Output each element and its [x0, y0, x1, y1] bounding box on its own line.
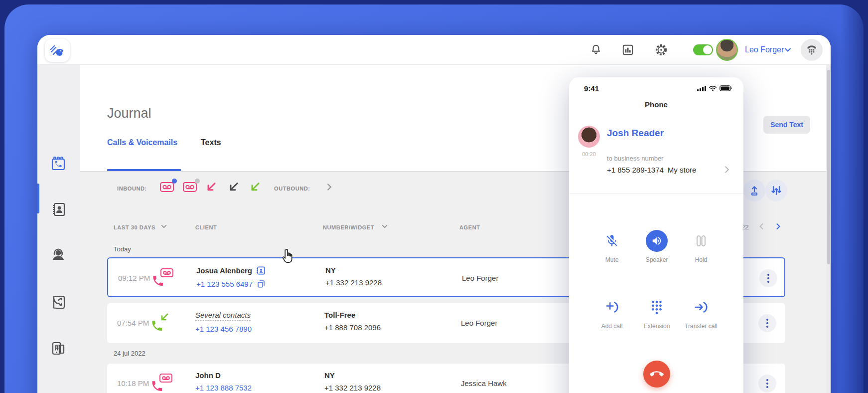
app-logo[interactable]	[45, 39, 70, 62]
chevron-down-icon[interactable]	[784, 46, 792, 56]
contact-card-icon[interactable]	[256, 266, 266, 275]
business-number-name: My store	[668, 166, 697, 174]
webphone-overlay: 9:41 Phone 00:20 Josh Reader to business…	[569, 77, 743, 393]
call-time: 10:18 PM	[117, 364, 149, 393]
add-call-label: Add call	[589, 323, 634, 330]
sidebar-item-call-flow[interactable]	[50, 294, 67, 311]
speaker-icon	[651, 235, 662, 246]
user-menu[interactable]: Leo Forger	[745, 35, 784, 65]
wifi-icon	[709, 85, 717, 91]
scrollbar[interactable]	[826, 65, 831, 393]
widget-name: Toll-Free	[324, 311, 381, 319]
extension-label: Extension	[634, 323, 679, 330]
filter-missed-call-icon[interactable]	[205, 182, 217, 196]
hold-label: Hold	[679, 256, 723, 263]
add-call-button[interactable]: Add call	[589, 296, 634, 330]
badge-dot-gray	[195, 179, 200, 184]
column-agent: AGENT	[459, 224, 480, 230]
mute-button[interactable]: Mute	[589, 229, 634, 263]
number-widget-cell: NY +1 332 213 9228	[325, 266, 382, 287]
call-duration: 00:20	[578, 151, 600, 157]
client-phone-link[interactable]: +1 123 456 7890	[195, 325, 252, 333]
row-menu-button[interactable]	[758, 375, 776, 393]
availability-toggle[interactable]	[693, 44, 713, 55]
end-call-icon	[650, 367, 664, 381]
hold-pause-icon	[694, 234, 708, 248]
filter-voicemail-new-icon[interactable]	[159, 181, 174, 196]
send-text-button[interactable]: Send Text	[763, 116, 810, 134]
group-label-today: Today	[114, 245, 131, 253]
webphone-dialpad-button[interactable]	[801, 39, 823, 61]
badge-dot-blue	[172, 179, 177, 184]
number-details-chevron-icon[interactable]	[723, 165, 731, 176]
sidebar-item-journal[interactable]	[50, 155, 67, 172]
call-time: 07:54 PM	[117, 303, 149, 343]
row-menu-button[interactable]	[758, 314, 776, 332]
inbound-filter-label: INBOUND:	[117, 186, 147, 192]
row-menu-button[interactable]	[759, 269, 777, 287]
filter-settings-button[interactable]	[765, 180, 787, 201]
filter-answered-call-icon[interactable]	[249, 182, 261, 196]
analytics-chart-icon[interactable]	[621, 35, 634, 65]
outbound-filter-label: OUTBOUND:	[274, 186, 310, 192]
dialpad-icon	[650, 300, 663, 315]
sidebar-active-indicator	[37, 184, 39, 213]
client-name[interactable]: Josua Alenberg	[196, 266, 252, 275]
copy-icon[interactable]	[257, 279, 266, 288]
widget-phone: +1 332 213 9228	[324, 384, 381, 392]
business-number: +1 855 289-1374	[607, 166, 664, 174]
page-title: Journal	[107, 106, 151, 121]
filter-voicemail-listened-icon[interactable]	[182, 181, 197, 196]
toggle-knob	[703, 45, 712, 54]
transfer-call-button[interactable]: Transfer call	[679, 296, 723, 330]
voicemail-call-icon	[149, 374, 172, 393]
caller-avatar	[578, 126, 600, 148]
number-widget-cell: Toll-Free +1 888 708 2096	[324, 311, 381, 332]
widget-name: NY	[324, 371, 381, 380]
speaker-button[interactable]: Speaker	[634, 229, 679, 263]
answered-call-icon	[149, 313, 172, 334]
client-phone-link[interactable]: +1 123 555 6497	[196, 280, 253, 288]
agent-name: Jessica Hawk	[461, 364, 507, 393]
client-name[interactable]: Several contacts	[195, 311, 251, 321]
export-button[interactable]	[743, 180, 765, 201]
outbound-expand-chevron-icon[interactable]	[325, 183, 334, 194]
top-bar: Leo Forger	[37, 35, 831, 65]
speaker-label: Speaker	[634, 256, 679, 263]
number-widget-cell: NY +1 332 213 9228	[324, 371, 381, 392]
end-call-button[interactable]	[643, 361, 670, 388]
call-time: 09:12 PM	[118, 258, 150, 298]
column-period[interactable]: LAST 30 DAYS	[114, 224, 155, 230]
notifications-bell-icon[interactable]	[589, 35, 602, 65]
sidebar-item-webphone[interactable]	[50, 340, 67, 357]
sidebar	[37, 65, 80, 393]
transfer-call-icon	[694, 300, 709, 315]
group-label-date: 24 jul 2022	[114, 350, 145, 357]
phone-status-icons	[697, 85, 732, 91]
caller-name: Josh Reader	[607, 128, 664, 139]
tab-texts[interactable]: Texts	[201, 138, 221, 147]
user-avatar[interactable]	[716, 39, 738, 61]
client-cell: Josua Alenberg +1 123 555 6497	[196, 266, 321, 288]
client-phone-link[interactable]: +1 123 888 7532	[195, 384, 252, 392]
tab-calls-voicemails[interactable]: Calls & Voicemails	[107, 138, 177, 147]
column-client: CLIENT	[195, 224, 217, 230]
business-number-line[interactable]: +1 855 289-1374My store	[607, 166, 696, 174]
call-direction-label: to business number	[607, 155, 663, 162]
prev-page-icon[interactable]	[757, 222, 765, 230]
hold-button[interactable]: Hold	[679, 229, 723, 263]
column-number-widget[interactable]: NUMBER/WIDGET	[323, 224, 374, 230]
transfer-call-label: Transfer call	[679, 323, 723, 330]
active-tab-underline	[107, 169, 181, 171]
period-chevron-icon[interactable]	[160, 223, 167, 230]
settings-gear-icon[interactable]	[654, 35, 668, 65]
extension-button[interactable]: Extension	[634, 296, 679, 330]
client-name[interactable]: John D	[195, 371, 221, 380]
number-chevron-icon[interactable]	[381, 223, 388, 230]
scrollbar-thumb[interactable]	[827, 70, 830, 264]
sidebar-item-support[interactable]	[50, 246, 67, 263]
sidebar-item-contacts[interactable]	[50, 201, 67, 218]
next-page-icon[interactable]	[774, 222, 782, 230]
client-cell: Several contacts +1 123 456 7890	[195, 311, 320, 333]
filter-inbound-call-icon[interactable]	[228, 182, 240, 196]
